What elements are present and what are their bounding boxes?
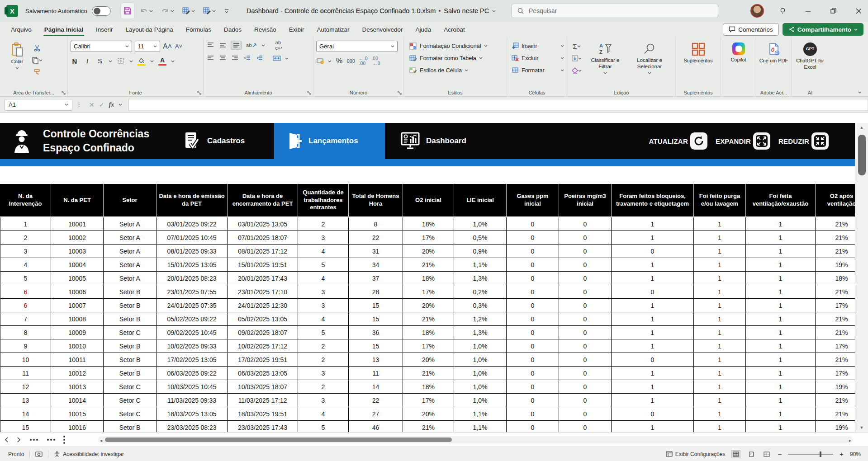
cell[interactable]: 1 xyxy=(694,394,746,407)
cell[interactable]: 15 xyxy=(349,339,403,353)
cell[interactable]: 0 xyxy=(507,394,559,407)
zoom-slider[interactable] xyxy=(788,454,833,455)
cell[interactable]: 0 xyxy=(507,339,559,353)
autosave-toggle[interactable] xyxy=(92,6,111,16)
sort-filter-button[interactable]: AZ Classificar e Filtrar xyxy=(585,40,625,85)
decrease-indent-button[interactable] xyxy=(243,54,251,63)
cell[interactable]: 0 xyxy=(507,299,559,312)
cell[interactable]: 0 xyxy=(559,285,612,299)
column-header[interactable]: N. da PET xyxy=(51,184,104,217)
zoom-slider-thumb[interactable] xyxy=(820,452,821,457)
cell[interactable]: 05/02/2025 13:05 xyxy=(228,312,298,326)
cell[interactable]: 14 xyxy=(0,407,51,421)
cell[interactable]: 10016 xyxy=(51,421,104,432)
cell[interactable]: 1,0% xyxy=(454,353,507,367)
scroll-right-icon[interactable]: ▸ xyxy=(849,438,851,443)
cell[interactable]: 6 xyxy=(0,299,51,312)
scroll-up-icon[interactable]: ▲ xyxy=(855,123,868,132)
menu-tab-desenvolvedor[interactable]: Desenvolvedor xyxy=(356,22,409,37)
cell[interactable]: Setor B xyxy=(104,421,157,432)
cell[interactable]: 1 xyxy=(746,285,816,299)
column-header[interactable]: O2 após ventilação xyxy=(816,184,855,217)
cell[interactable]: 15 xyxy=(349,312,403,326)
cell[interactable]: 1,1% xyxy=(454,258,507,272)
cell[interactable]: 0 xyxy=(612,407,694,421)
cell[interactable]: 3 xyxy=(298,231,349,245)
sheet-tabs-menu-1[interactable] xyxy=(25,439,43,441)
align-middle-button[interactable] xyxy=(218,41,227,50)
menu-tab-dados[interactable]: Dados xyxy=(218,22,248,37)
align-left-button[interactable] xyxy=(206,54,214,63)
search-input[interactable]: Pesquisar xyxy=(511,4,718,18)
menu-tab-arquivo[interactable]: Arquivo xyxy=(5,22,38,37)
cell[interactable]: 19% xyxy=(816,380,855,394)
cell[interactable]: 06/03/2025 09:22 xyxy=(157,367,228,380)
cell[interactable]: 17% xyxy=(816,367,855,380)
cell[interactable]: Setor A xyxy=(104,258,157,272)
cell[interactable]: 07/01/2025 18:07 xyxy=(228,231,298,245)
accounting-format-button[interactable] xyxy=(316,56,324,66)
save-button[interactable] xyxy=(121,3,134,19)
cell[interactable]: 10014 xyxy=(51,394,104,407)
cell[interactable]: 0,3% xyxy=(454,299,507,312)
alignment-dialog-launcher[interactable] xyxy=(307,91,311,95)
cell[interactable]: 03/01/2025 09:22 xyxy=(157,217,228,231)
cell[interactable]: 28 xyxy=(349,285,403,299)
cell[interactable]: 3 xyxy=(0,245,51,258)
qat-table-tool-2[interactable] xyxy=(201,3,218,19)
align-center-button[interactable] xyxy=(218,54,227,63)
cell[interactable]: 19% xyxy=(816,421,855,432)
copy-button[interactable] xyxy=(32,56,43,65)
cell[interactable]: 5 xyxy=(298,421,349,432)
qat-table-tool-2-dropdown-icon[interactable] xyxy=(212,10,216,12)
cell[interactable]: 23/01/2025 07:55 xyxy=(157,285,228,299)
insert-function-icon[interactable]: fx xyxy=(109,101,114,108)
cell[interactable]: 21% xyxy=(816,217,855,231)
cell[interactable]: 22 xyxy=(349,394,403,407)
cell[interactable]: 6 xyxy=(0,285,51,299)
find-select-button[interactable]: Localizar e Selecionar xyxy=(629,40,670,85)
cell[interactable]: 23/03/2025 08:23 xyxy=(157,421,228,432)
copy-dropdown-icon[interactable] xyxy=(39,59,43,61)
font-color-dropdown-icon[interactable] xyxy=(171,60,175,62)
cell[interactable]: 1 xyxy=(612,421,694,432)
column-header[interactable]: Quantidade de trabalhadores entrantes xyxy=(298,184,349,217)
cell[interactable]: 2 xyxy=(0,231,51,245)
comma-style-button[interactable]: 000 xyxy=(347,56,355,66)
cell[interactable]: 37 xyxy=(349,272,403,285)
cell[interactable]: 17/02/2025 13:05 xyxy=(157,353,228,367)
format-painter-button[interactable] xyxy=(32,68,43,77)
enter-formula-icon[interactable]: ✓ xyxy=(99,101,104,108)
cell[interactable]: 0 xyxy=(612,353,694,367)
cell[interactable]: 20% xyxy=(403,407,454,421)
cell[interactable]: 09/02/2025 18:07 xyxy=(228,326,298,339)
cell[interactable]: 0,5% xyxy=(454,231,507,245)
menu-tab-ajuda[interactable]: Ajuda xyxy=(409,22,438,37)
comments-button[interactable]: Comentários xyxy=(723,23,779,36)
format-cells-button[interactable]: Formatar xyxy=(512,64,564,76)
column-header[interactable]: Gases ppm inicial xyxy=(507,184,559,217)
cell[interactable]: 0 xyxy=(559,217,612,231)
font-size-select[interactable]: 11 xyxy=(135,41,160,52)
cell[interactable]: 1 xyxy=(694,312,746,326)
zoom-in-button[interactable]: + xyxy=(840,450,844,458)
cell[interactable]: 13 xyxy=(349,353,403,367)
cell[interactable]: 0,2% xyxy=(454,285,507,299)
cell[interactable]: 0 xyxy=(507,258,559,272)
cell[interactable]: 1,0% xyxy=(454,380,507,394)
cell[interactable]: 1 xyxy=(746,367,816,380)
cell[interactable]: 10011 xyxy=(51,353,104,367)
cell[interactable]: 20/01/2025 17:43 xyxy=(228,272,298,285)
bold-button[interactable]: N xyxy=(71,56,79,66)
cell[interactable]: 1,3% xyxy=(454,326,507,339)
cell[interactable]: 1,1% xyxy=(454,421,507,432)
cell[interactable]: 34 xyxy=(349,258,403,272)
cell[interactable]: 2 xyxy=(298,339,349,353)
cell[interactable]: 2 xyxy=(298,353,349,367)
cell[interactable]: 1 xyxy=(746,407,816,421)
cell[interactable]: 1,0% xyxy=(454,367,507,380)
cell[interactable]: 0 xyxy=(507,367,559,380)
merge-center-button[interactable] xyxy=(273,54,281,63)
sheet-options-kebab[interactable] xyxy=(60,436,69,444)
scroll-down-icon[interactable]: ▼ xyxy=(855,423,868,432)
